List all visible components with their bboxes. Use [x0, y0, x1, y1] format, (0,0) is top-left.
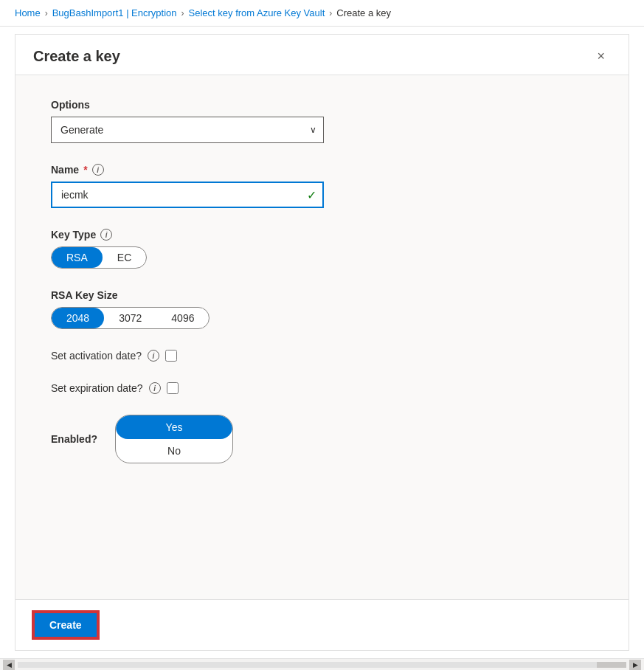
create-button[interactable]: Create	[33, 612, 98, 638]
enabled-no-option[interactable]: No	[116, 439, 232, 463]
activation-date-info-icon[interactable]: i	[148, 350, 159, 362]
activation-date-row: Set activation date? i	[51, 350, 593, 362]
key-type-field-group: Key Type i RSA EC	[51, 229, 593, 269]
rsa-key-size-field-group: RSA Key Size 2048 3072 4096	[51, 289, 593, 329]
create-key-dialog: Create a key × Options Generate Import R…	[15, 34, 629, 651]
scroll-right-arrow[interactable]: ▶	[629, 660, 641, 670]
options-select[interactable]: Generate Import Restore from backup	[51, 117, 324, 143]
breadcrumb: Home › BugBashImport1 | Encryption › Sel…	[0, 0, 644, 27]
key-size-4096-option[interactable]: 4096	[156, 308, 209, 328]
breadcrumb-sep-2: ›	[181, 8, 184, 18]
key-type-rsa-option[interactable]: RSA	[52, 247, 103, 268]
breadcrumb-sep-1: ›	[45, 8, 48, 18]
name-field-group: Name * i ✓	[51, 164, 593, 208]
breadcrumb-sep-3: ›	[329, 8, 332, 18]
options-field-group: Options Generate Import Restore from bac…	[51, 99, 593, 143]
expiration-date-row: Set expiration date? i	[51, 382, 593, 394]
page-wrapper: Home › BugBashImport1 | Encryption › Sel…	[0, 0, 644, 670]
activation-date-checkbox[interactable]	[165, 350, 177, 362]
options-label: Options	[51, 99, 593, 111]
scroll-left-arrow[interactable]: ◀	[3, 660, 15, 670]
rsa-key-size-label: RSA Key Size	[51, 289, 593, 301]
expiration-date-info-icon[interactable]: i	[149, 382, 161, 394]
dialog-header: Create a key ×	[15, 35, 629, 75]
check-icon: ✓	[307, 188, 316, 202]
name-label: Name * i	[51, 164, 593, 176]
name-input[interactable]	[51, 182, 324, 208]
enabled-row: Enabled? Yes No	[51, 415, 593, 463]
breadcrumb-home[interactable]: Home	[15, 7, 41, 18]
required-indicator: *	[83, 164, 87, 176]
dialog-body: Options Generate Import Restore from bac…	[15, 75, 629, 599]
dialog-title: Create a key	[33, 48, 120, 65]
scroll-thumb[interactable]	[597, 662, 626, 668]
key-type-toggle-group: RSA EC	[51, 246, 147, 269]
breadcrumb-current: Create a key	[336, 7, 391, 18]
breadcrumb-encryption[interactable]: BugBashImport1 | Encryption	[52, 7, 177, 18]
enabled-label: Enabled?	[51, 433, 97, 445]
close-button[interactable]: ×	[591, 46, 611, 66]
key-size-3072-option[interactable]: 3072	[104, 308, 156, 328]
key-type-ec-option[interactable]: EC	[103, 247, 146, 268]
dialog-footer: Create	[15, 599, 629, 650]
scroll-track[interactable]	[18, 662, 626, 668]
rsa-key-size-toggle-group: 2048 3072 4096	[51, 307, 210, 329]
enabled-toggle-group: Yes No	[115, 415, 233, 463]
activation-date-label: Set activation date?	[51, 350, 142, 362]
enabled-yes-option[interactable]: Yes	[116, 415, 232, 439]
horizontal-scrollbar: ◀ ▶	[0, 658, 644, 670]
key-type-info-icon[interactable]: i	[100, 229, 112, 241]
options-select-wrapper: Generate Import Restore from backup ∨	[51, 117, 324, 143]
expiration-date-checkbox[interactable]	[167, 382, 179, 394]
key-size-2048-option[interactable]: 2048	[52, 308, 104, 328]
name-info-icon[interactable]: i	[92, 164, 104, 176]
key-type-label: Key Type i	[51, 229, 593, 241]
breadcrumb-select-key[interactable]: Select key from Azure Key Vault	[189, 7, 325, 18]
name-input-wrapper: ✓	[51, 182, 324, 208]
expiration-date-label: Set expiration date?	[51, 382, 143, 394]
